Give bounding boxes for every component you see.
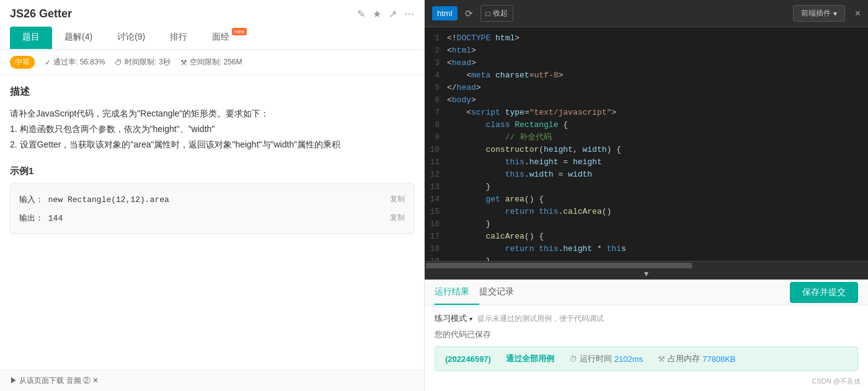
tab-discussion[interactable]: 讨论(9): [105, 27, 157, 49]
output-code: 输出： 144: [19, 213, 63, 224]
description-title: 描述: [10, 86, 414, 99]
memory-icon: ⚒: [658, 354, 665, 364]
time-limit: ⏱ 时间限制: 3秒: [115, 57, 170, 68]
content-area: 描述 请补全JavaScript代码，完成名为"Rectangle"的矩形类。要…: [0, 76, 424, 370]
code-line: 8 class Rectangle {: [425, 119, 868, 131]
desc-line-3: 2. 设置Getter，当获取该对象的"area"属性时，返回该对象"heigh…: [10, 137, 414, 152]
code-editor[interactable]: 1 <!DOCTYPE html> 2 <html> 3 <head> 4 <m…: [425, 27, 868, 261]
input-code: 输入： new Rectangle(12,12).area: [19, 194, 169, 205]
title-icons: ✎ ★ ↗ ⋯: [357, 8, 414, 20]
bottom-bar-text: ▶ 从该页面下载 音频 ② ✕: [10, 376, 99, 386]
difficulty-badge: 中等: [10, 56, 35, 69]
editor-header: html ⟳ □ 收起 前端插件 ▾ ×: [425, 0, 868, 27]
practice-mode-label[interactable]: 练习模式 ▾: [435, 313, 472, 324]
memory-label: 占用内存: [668, 353, 700, 364]
problem-header: JS26 Getter ✎ ★ ↗ ⋯ 题目 题解(4) 讨论(9) 排行 面经…: [0, 0, 424, 50]
code-line: 1 <!DOCTYPE html>: [425, 32, 868, 45]
frontend-plugin-label: 前端插件: [801, 8, 831, 19]
practice-mode-desc: 提示未通过的测试用例，便于代码调试: [477, 314, 604, 324]
new-badge: new: [232, 28, 247, 35]
edit-icon[interactable]: ✎: [357, 8, 365, 20]
problem-title: JS26 Getter: [10, 7, 72, 20]
description-text: 请补全JavaScript代码，完成名为"Rectangle"的矩形类。要求如下…: [10, 106, 414, 153]
collapse-label: 收起: [493, 8, 508, 19]
refresh-icon[interactable]: ⟳: [465, 8, 473, 19]
watermark-area: CSDN @不良优: [425, 379, 868, 391]
code-line: 11 this.height = height: [425, 156, 868, 169]
title-row: JS26 Getter ✎ ★ ↗ ⋯: [10, 7, 414, 20]
copy-input-button[interactable]: 复制: [390, 194, 405, 204]
result-panel: 运行结果 提交记录 保存并提交 练习模式 ▾ 提示未通过的测试用例，便于代码调试…: [425, 279, 868, 391]
memory-icon: ⚒: [180, 58, 187, 67]
practice-mode-row: 练习模式 ▾ 提示未通过的测试用例，便于代码调试: [435, 313, 858, 324]
collapse-button[interactable]: □ 收起: [480, 5, 513, 22]
success-row: (202246597) 通过全部用例 ⏱ 运行时间 2102ms ⚒ 占用内存 …: [435, 346, 858, 371]
code-line: 12 this.width = width: [425, 169, 868, 181]
more-icon[interactable]: ⋯: [404, 8, 414, 20]
clock-icon: ⏱: [569, 354, 577, 364]
code-line: 17 calcArea() {: [425, 231, 868, 243]
input-value: new Rectangle(12,12).area: [48, 195, 169, 204]
tab-html[interactable]: html: [432, 6, 458, 20]
collapse-icon: □: [486, 9, 490, 18]
clock-icon: ⏱: [115, 58, 122, 67]
code-line: 3 <head>: [425, 57, 868, 69]
code-line: 5 </head>: [425, 82, 868, 94]
code-line: 13 }: [425, 181, 868, 193]
horizontal-scrollbar[interactable]: [425, 261, 868, 268]
tab-question[interactable]: 题目: [10, 27, 52, 49]
code-line: 16 }: [425, 218, 868, 231]
chevron-down-icon: ▾: [469, 315, 472, 322]
tab-run-result[interactable]: 运行结果: [435, 280, 479, 305]
chevron-down-icon: ▾: [833, 9, 837, 18]
runtime-value: 2102ms: [614, 354, 643, 364]
nav-tabs: 题目 题解(4) 讨论(9) 排行 面经 new: [10, 27, 414, 49]
code-line: 9 // 补全代码: [425, 131, 868, 144]
tab-solutions[interactable]: 题解(4): [52, 27, 105, 49]
code-line: 15 return this.calcArea(): [425, 206, 868, 218]
memory-value: 77808KB: [702, 354, 736, 364]
success-text: 通过全部用例: [506, 353, 554, 364]
code-line: 2 <html>: [425, 45, 868, 57]
pass-rate: ✓ 通过率: 56.83%: [45, 57, 105, 68]
code-line: 6 <body>: [425, 94, 868, 107]
copy-output-button[interactable]: 复制: [390, 213, 405, 223]
bottom-bar: ▶ 从该页面下载 音频 ② ✕: [0, 370, 424, 391]
editor-tabs: html ⟳ □ 收起: [432, 5, 513, 22]
code-line: 10 constructor(height, width) {: [425, 144, 868, 156]
right-panel: html ⟳ □ 收起 前端插件 ▾ × 1 <!DOCTYPE html> 2…: [425, 0, 868, 391]
close-button[interactable]: ×: [855, 8, 861, 19]
result-tabs: 运行结果 提交记录 保存并提交: [425, 280, 868, 305]
code-line: 4 <meta charset=utf-8>: [425, 69, 868, 82]
share-icon[interactable]: ↗: [389, 8, 397, 20]
left-panel: JS26 Getter ✎ ★ ↗ ⋯ 题目 题解(4) 讨论(9) 排行 面经…: [0, 0, 425, 391]
desc-line-1: 请补全JavaScript代码，完成名为"Rectangle"的矩形类。要求如下…: [10, 106, 414, 121]
desc-line-2: 1. 构造函数只包含两个参数，依次为"height"、"width": [10, 121, 414, 137]
runtime-info: ⏱ 运行时间 2102ms: [569, 353, 643, 364]
output-value: 144: [48, 214, 63, 223]
tab-submit-history[interactable]: 提交记录: [479, 280, 524, 305]
output-row: 输出： 144 复制: [19, 209, 405, 227]
success-id: (202246597): [445, 354, 491, 364]
saved-text: 您的代码已保存: [435, 329, 858, 340]
space-limit: ⚒ 空间限制: 256M: [180, 57, 242, 68]
input-row: 输入： new Rectangle(12,12).area 复制: [19, 190, 405, 209]
code-line: 19 }: [425, 255, 868, 261]
memory-info: ⚒ 占用内存 77808KB: [658, 353, 736, 364]
code-line: 18 return this.height * this: [425, 243, 868, 255]
check-icon: ✓: [45, 58, 51, 67]
frontend-plugin-button[interactable]: 前端插件 ▾: [793, 5, 845, 22]
csdn-watermark: CSDN @不良优: [812, 377, 861, 386]
star-icon[interactable]: ★: [373, 8, 381, 20]
runtime-label: 运行时间: [580, 353, 612, 364]
code-line: 14 get area() {: [425, 193, 868, 206]
meta-row: 中等 ✓ 通过率: 56.83% ⏱ 时间限制: 3秒 ⚒ 空间限制: 256M: [0, 50, 424, 76]
expand-button[interactable]: ▼: [425, 268, 868, 279]
code-line: 7 <script type="text/javascript">: [425, 107, 868, 119]
example-title: 示例1: [10, 165, 414, 177]
tab-ranking[interactable]: 排行: [157, 27, 200, 49]
example-box: 输入： new Rectangle(12,12).area 复制 输出： 144…: [10, 183, 414, 234]
tab-interview[interactable]: 面经 new: [200, 27, 248, 49]
result-content: 练习模式 ▾ 提示未通过的测试用例，便于代码调试 您的代码已保存 (202246…: [425, 305, 868, 379]
save-submit-button[interactable]: 保存并提交: [790, 282, 858, 303]
